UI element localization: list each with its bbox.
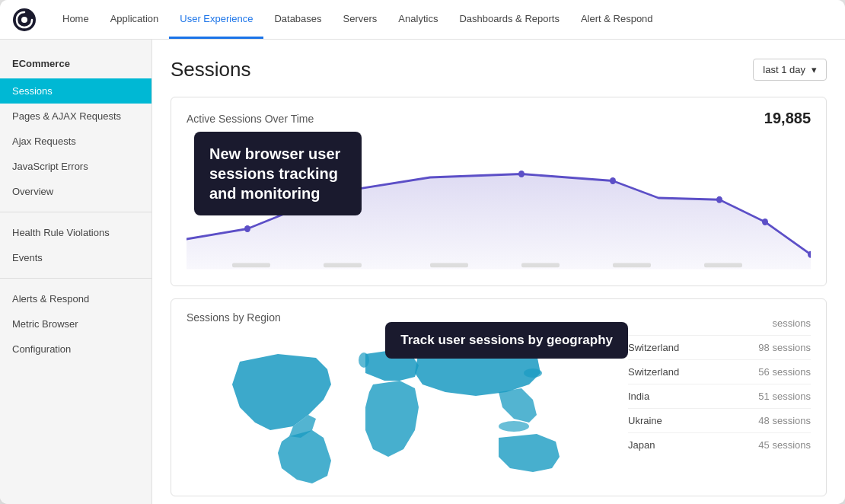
chart-value: 19,885 — [764, 110, 811, 127]
region-row-0: Switzerland 98 sessions — [628, 336, 811, 360]
app-window: Home Application User Experience Databas… — [0, 0, 845, 504]
nav-analytics[interactable]: Analytics — [387, 0, 448, 39]
svg-point-3 — [336, 189, 342, 196]
app-logo[interactable] — [12, 8, 37, 32]
time-filter-dropdown[interactable]: last 1 day ▾ — [753, 59, 827, 81]
sidebar-item-configuration[interactable]: Configuration — [0, 337, 151, 362]
nav-dashboards[interactable]: Dashboards & Reports — [448, 0, 570, 39]
world-map — [187, 331, 613, 483]
nav-servers[interactable]: Servers — [333, 0, 388, 39]
svg-point-6 — [716, 196, 722, 203]
region-row-2: India 51 sessions — [628, 384, 811, 409]
nav-application[interactable]: Application — [100, 0, 170, 39]
chevron-down-icon: ▾ — [812, 64, 817, 75]
region-card-title: Sessions by Region — [187, 311, 613, 324]
sidebar-item-sessions[interactable]: Sessions — [0, 78, 151, 104]
sessions-chart-svg — [187, 136, 811, 273]
sidebar-item-pages-ajax[interactable]: Pages & AJAX Requests — [0, 104, 151, 129]
region-right: sessions Switzerland 98 sessions Switzer… — [628, 311, 811, 483]
sidebar-divider-2 — [0, 278, 151, 279]
sidebar-item-alerts-respond[interactable]: Alerts & Respond — [0, 286, 151, 311]
page-header: Sessions last 1 day ▾ — [171, 58, 827, 81]
svg-rect-12 — [521, 263, 560, 268]
svg-point-1 — [21, 17, 27, 23]
nav-items: Home Application User Experience Databas… — [52, 0, 664, 39]
sidebar: ECommerce Sessions Pages & AJAX Requests… — [0, 40, 152, 504]
region-left: Sessions by Region — [187, 311, 613, 483]
region-country-3: Ukraine — [628, 415, 662, 426]
region-country-0: Switzerland — [628, 342, 679, 353]
sidebar-item-events[interactable]: Events — [0, 245, 151, 270]
main-content: Sessions last 1 day ▾ Active Sessions Ov… — [152, 40, 845, 504]
svg-rect-14 — [704, 263, 742, 268]
svg-rect-9 — [232, 263, 270, 268]
main-layout: ECommerce Sessions Pages & AJAX Requests… — [0, 40, 845, 504]
nav-alert-respond[interactable]: Alert & Respond — [570, 0, 664, 39]
svg-rect-10 — [324, 263, 362, 268]
page-title: Sessions — [171, 58, 251, 81]
svg-point-5 — [610, 177, 616, 184]
sessions-by-region-card: Sessions by Region — [171, 298, 827, 496]
top-navigation: Home Application User Experience Databas… — [0, 0, 845, 40]
region-row-3: Ukraine 48 sessions — [628, 409, 811, 433]
sidebar-item-overview[interactable]: Overview — [0, 179, 151, 204]
svg-rect-11 — [430, 263, 468, 268]
svg-point-15 — [524, 368, 542, 378]
chart-container — [187, 136, 811, 273]
region-count-0: 98 sessions — [758, 342, 811, 353]
sidebar-item-health-rule[interactable]: Health Rule Violations — [0, 220, 151, 245]
svg-point-16 — [359, 352, 369, 368]
svg-rect-13 — [613, 263, 651, 268]
region-count-1: 56 sessions — [758, 366, 811, 378]
sidebar-item-js-errors[interactable]: JavaScript Errors — [0, 154, 151, 179]
nav-home[interactable]: Home — [52, 0, 100, 39]
sidebar-section-title: ECommerce — [0, 52, 151, 78]
nav-user-experience[interactable]: User Experience — [169, 0, 263, 39]
region-country-1: Switzerland — [628, 366, 679, 378]
region-header-row: sessions — [628, 311, 811, 336]
svg-point-4 — [518, 171, 525, 177]
chart-header: Active Sessions Over Time 19,885 — [187, 110, 811, 127]
world-map-svg — [187, 331, 613, 483]
svg-point-2 — [244, 225, 250, 232]
svg-point-7 — [762, 219, 768, 225]
region-count-2: 51 sessions — [758, 391, 811, 402]
region-country-4: Japan — [628, 439, 655, 451]
region-count-3: 48 sessions — [758, 415, 811, 426]
nav-databases[interactable]: Databases — [263, 0, 332, 39]
time-filter-label: last 1 day — [763, 64, 805, 75]
svg-point-17 — [499, 421, 529, 432]
sidebar-divider-1 — [0, 212, 151, 212]
region-country-2: India — [628, 391, 649, 402]
sidebar-item-ajax-requests[interactable]: Ajax Requests — [0, 129, 151, 154]
chart-title: Active Sessions Over Time — [187, 113, 314, 125]
region-sessions-header: sessions — [772, 317, 811, 329]
sessions-chart-card: Active Sessions Over Time 19,885 — [171, 97, 827, 286]
region-row-4: Japan 45 sessions — [628, 433, 811, 457]
region-count-4: 45 sessions — [758, 439, 811, 451]
region-row-1: Switzerland 56 sessions — [628, 360, 811, 384]
sidebar-item-metric-browser[interactable]: Metric Browser — [0, 311, 151, 337]
